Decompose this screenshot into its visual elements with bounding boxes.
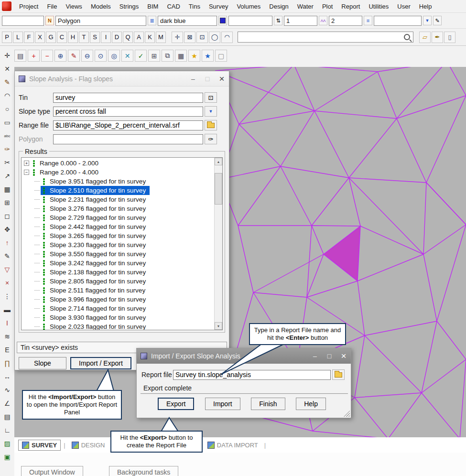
cad-letter-button[interactable]: T: [79, 32, 89, 43]
cut-tool-icon[interactable]: ✂: [1, 157, 13, 168]
tree-item[interactable]: Slope 3.230 flagged for tin survey: [22, 240, 214, 249]
tree-item[interactable]: Slope 3.550 flagged for tin survey: [22, 249, 214, 259]
cad-letter-button[interactable]: Q: [123, 32, 133, 43]
dropdown-arrow-icon[interactable]: ▼: [423, 16, 432, 25]
tab-design[interactable]: DESIGN: [68, 440, 108, 450]
tree-expander-icon[interactable]: [34, 227, 40, 227]
box-tool-icon[interactable]: ▣: [1, 451, 13, 463]
scroll-down-icon[interactable]: ▼: [215, 322, 222, 330]
cad-letter-button[interactable]: F: [24, 32, 34, 43]
width-tool-icon[interactable]: ↔: [1, 371, 13, 382]
tree-expander-icon[interactable]: [24, 161, 29, 166]
section-tool-icon[interactable]: I: [1, 317, 13, 329]
export-button[interactable]: Export: [158, 398, 194, 410]
menu-cad[interactable]: CAD: [163, 0, 184, 13]
weight-input[interactable]: [284, 16, 317, 26]
copy-icon[interactable]: ⧉: [162, 50, 173, 62]
cad-text-input[interactable]: [2, 16, 44, 26]
layers-icon[interactable]: ≣: [148, 16, 156, 25]
report-file-folder-icon[interactable]: [332, 369, 345, 380]
pencil-tool-icon[interactable]: ✎: [1, 76, 13, 88]
tree-expander-icon[interactable]: [34, 208, 40, 209]
tree-expander-icon[interactable]: [34, 326, 40, 327]
search-input[interactable]: [238, 32, 404, 42]
pen-icon[interactable]: ✒: [432, 32, 443, 43]
tree-item[interactable]: Slope 2.231 flagged for tin survey: [22, 195, 214, 204]
import-export-button[interactable]: Import / Export: [70, 357, 131, 369]
colour-input[interactable]: [158, 16, 217, 26]
delete-tool-icon[interactable]: ✕: [1, 63, 13, 75]
ruler-tool-icon[interactable]: ▬: [1, 304, 13, 315]
menu-design[interactable]: Design: [265, 0, 293, 13]
grid-tool-icon[interactable]: ▦: [1, 184, 13, 195]
range-file-folder-icon[interactable]: [205, 120, 217, 130]
arc-mode-icon[interactable]: ◠: [221, 32, 233, 43]
cad-letter-button[interactable]: S: [90, 32, 100, 43]
menu-tins[interactable]: Tins: [184, 0, 205, 13]
tree-item[interactable]: Slope 2.805 flagged for tin survey: [22, 277, 214, 286]
corner-tool-icon[interactable]: ∟: [1, 424, 13, 436]
tree-expander-icon[interactable]: [34, 281, 40, 281]
edit-tool-icon[interactable]: ✎: [1, 250, 13, 262]
cad-letter-button[interactable]: I: [101, 32, 111, 43]
background-tasks-tab[interactable]: Background tasks: [109, 466, 178, 476]
tree-expander-icon[interactable]: [34, 272, 40, 272]
ellipse-icon[interactable]: ◯: [209, 32, 220, 43]
help-button[interactable]: Help: [296, 398, 326, 410]
scrollbar-thumb[interactable]: [215, 173, 222, 205]
tree-item[interactable]: Slope 2.023 flagged for tin survey: [22, 322, 214, 330]
n-snap-button[interactable]: N: [45, 16, 54, 25]
import-dialog-titlebar[interactable]: Import / Export Slope Analysis – □ ×: [137, 348, 351, 364]
tab-data-import[interactable]: DATA IMPORT: [204, 440, 261, 450]
resize-grip[interactable]: [344, 411, 350, 417]
arrow-tool-icon[interactable]: ↗: [1, 170, 13, 182]
label-tool-icon[interactable]: E: [1, 344, 13, 356]
menu-volumes[interactable]: Volumes: [232, 0, 265, 13]
cad-letter-button[interactable]: G: [46, 32, 56, 43]
boundary-tool-icon[interactable]: ◻: [1, 210, 13, 222]
folder-add-icon[interactable]: ▱: [419, 32, 431, 43]
zoom-in-icon[interactable]: ⊕: [54, 50, 66, 62]
tab-survey[interactable]: SURVEY: [18, 440, 61, 451]
tree-item[interactable]: Slope 2.510 flagged for tin survey: [22, 186, 214, 195]
pan-tool-icon[interactable]: ✛: [1, 50, 13, 61]
slope-type-dropdown-icon[interactable]: ▼: [205, 106, 217, 117]
style-input[interactable]: [374, 16, 422, 26]
angle-tool-icon[interactable]: ∠: [1, 398, 13, 409]
tree-expander-icon[interactable]: [34, 245, 40, 245]
tin-input[interactable]: [53, 93, 203, 103]
tree-item[interactable]: Slope 3.265 flagged for tin survey: [22, 231, 214, 240]
maximize-icon[interactable]: □: [322, 349, 336, 364]
tree-expander-icon[interactable]: [34, 299, 40, 300]
zoom-window-icon[interactable]: ◎: [108, 50, 120, 62]
zoom-extent-icon[interactable]: ⊙: [95, 50, 107, 62]
minimize-icon[interactable]: –: [308, 349, 322, 364]
linetype-input[interactable]: [228, 16, 272, 26]
finish-button[interactable]: Finish: [251, 398, 285, 410]
arc-tool-icon[interactable]: ◠: [1, 90, 13, 101]
tree-expander-icon[interactable]: [34, 217, 40, 218]
tree-item[interactable]: Slope 3.930 flagged for tin survey: [22, 313, 214, 322]
polygon-input[interactable]: [53, 134, 203, 144]
pencil-icon[interactable]: ✎: [433, 16, 442, 25]
results-tree[interactable]: Range 0.000 - 2.000 Range 2.000 - 4.000: [22, 158, 214, 330]
cad-letter-button[interactable]: C: [57, 32, 67, 43]
rectangle-tool-icon[interactable]: ▭: [1, 117, 13, 128]
snap-target-icon[interactable]: ✛: [172, 32, 183, 43]
menu-strings[interactable]: Strings: [115, 0, 143, 13]
menu-bim[interactable]: BIM: [143, 0, 163, 13]
remove-icon[interactable]: −: [41, 50, 53, 62]
tree-expander-icon[interactable]: [34, 199, 40, 200]
cad-letter-button[interactable]: L: [13, 32, 23, 43]
range-file-input[interactable]: [53, 120, 203, 130]
menu-plot[interactable]: Plot: [318, 0, 337, 13]
tree-item[interactable]: Slope 3.276 flagged for tin survey: [22, 204, 214, 213]
menu-survey[interactable]: Survey: [205, 0, 232, 13]
report-file-input[interactable]: [173, 370, 331, 380]
page-icon[interactable]: ▯: [444, 32, 455, 43]
star-blue-icon[interactable]: ★: [202, 50, 214, 62]
polygon-mode-input[interactable]: [55, 16, 146, 26]
tree-item[interactable]: Slope 2.442 flagged for tin survey: [22, 222, 214, 231]
profile-tool-icon[interactable]: ≋: [1, 331, 13, 342]
tree-item[interactable]: Slope 2.138 flagged for tin survey: [22, 268, 214, 277]
